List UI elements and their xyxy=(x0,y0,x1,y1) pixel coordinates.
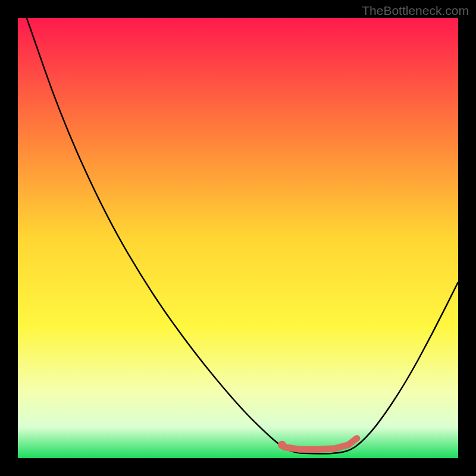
watermark-text: TheBottleneck.com xyxy=(362,4,469,18)
highlight-dot xyxy=(278,441,286,449)
chart-area xyxy=(18,18,458,458)
gradient-background xyxy=(18,18,458,458)
chart-svg xyxy=(18,18,458,458)
